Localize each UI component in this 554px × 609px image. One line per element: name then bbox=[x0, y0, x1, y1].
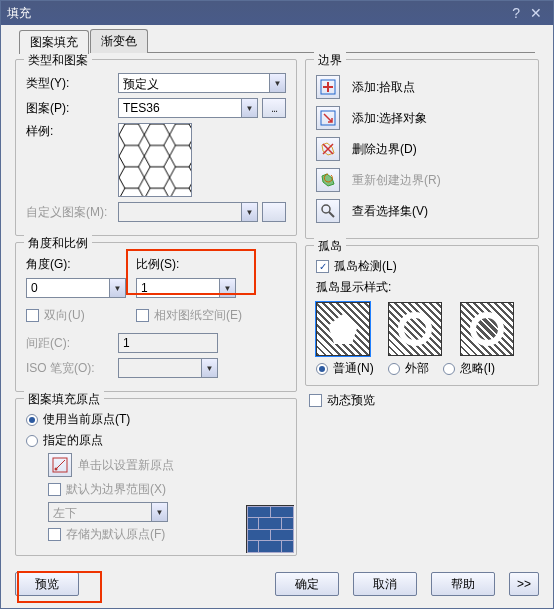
view-selection-button[interactable] bbox=[316, 199, 340, 223]
default-boundary-label: 默认为边界范围(X) bbox=[66, 481, 166, 498]
island-detection-label: 孤岛检测(L) bbox=[334, 258, 397, 275]
preview-button[interactable]: 预览 bbox=[15, 572, 79, 596]
island-display-label: 孤岛显示样式: bbox=[316, 279, 528, 296]
island-style-ignore-icon[interactable] bbox=[460, 302, 514, 356]
button-bar: 预览 确定 取消 帮助 >> bbox=[1, 566, 553, 608]
use-current-origin-radio[interactable] bbox=[26, 414, 38, 426]
origin-preview-icon bbox=[246, 505, 294, 553]
svg-point-2 bbox=[55, 468, 58, 471]
island-ignore-label: 忽略(I) bbox=[460, 360, 495, 377]
svg-rect-0 bbox=[119, 124, 191, 196]
recreate-boundary-button bbox=[316, 168, 340, 192]
titlebar: 填充 ? ✕ bbox=[1, 1, 553, 25]
specified-origin-radio[interactable] bbox=[26, 435, 38, 447]
island-ignore-radio[interactable] bbox=[443, 363, 455, 375]
chevron-down-icon: ▼ bbox=[241, 99, 257, 117]
chevron-down-icon: ▼ bbox=[109, 279, 125, 297]
island-style-outer-icon[interactable] bbox=[388, 302, 442, 356]
tab-pattern-fill[interactable]: 图案填充 bbox=[19, 30, 89, 54]
dynamic-preview-checkbox[interactable] bbox=[309, 394, 322, 407]
ok-button[interactable]: 确定 bbox=[275, 572, 339, 596]
custom-pattern-label: 自定义图案(M): bbox=[26, 204, 118, 221]
click-set-origin-label: 单击以设置新原点 bbox=[78, 457, 174, 474]
close-icon[interactable]: ✕ bbox=[525, 5, 547, 21]
angle-scale-group: 角度和比例 角度(G): 比例(S): 0 ▼ 1 ▼ bbox=[15, 242, 297, 392]
help-button[interactable]: 帮助 bbox=[431, 572, 495, 596]
add-select-label: 添加:选择对象 bbox=[352, 110, 427, 127]
type-pattern-group: 类型和图案 类型(Y): 预定义 ▼ 图案(P): TES36 ▼ ... bbox=[15, 59, 297, 236]
iso-label: ISO 笔宽(O): bbox=[26, 360, 118, 377]
dynamic-preview-label: 动态预览 bbox=[327, 392, 375, 409]
set-origin-button bbox=[48, 453, 72, 477]
tabs: 图案填充 渐变色 bbox=[1, 25, 553, 53]
island-style-normal-icon[interactable] bbox=[316, 302, 370, 356]
add-pick-point-button[interactable] bbox=[316, 75, 340, 99]
cancel-button[interactable]: 取消 bbox=[353, 572, 417, 596]
pattern-combo[interactable]: TES36 ▼ bbox=[118, 98, 258, 118]
recreate-boundary-label: 重新创建边界(R) bbox=[352, 172, 441, 189]
group-title: 类型和图案 bbox=[24, 52, 92, 69]
island-outer-label: 外部 bbox=[405, 360, 429, 377]
view-selection-label: 查看选择集(V) bbox=[352, 203, 428, 220]
island-normal-label: 普通(N) bbox=[333, 360, 374, 377]
hatch-dialog: 填充 ? ✕ 图案填充 渐变色 类型和图案 类型(Y): 预定义 ▼ 图案(P)… bbox=[0, 0, 554, 609]
pattern-label: 图案(P): bbox=[26, 100, 118, 117]
group-title: 图案填充原点 bbox=[24, 391, 104, 408]
add-pick-label: 添加:拾取点 bbox=[352, 79, 415, 96]
save-default-label: 存储为默认原点(F) bbox=[66, 526, 165, 543]
island-detection-checkbox[interactable]: ✓ bbox=[316, 260, 329, 273]
spacing-input bbox=[118, 333, 218, 353]
origin-group: 图案填充原点 使用当前原点(T) 指定的原点 单击以设置新原点 bbox=[15, 398, 297, 556]
type-label: 类型(Y): bbox=[26, 75, 118, 92]
iso-combo: ▼ bbox=[118, 358, 218, 378]
spacing-label: 间距(C): bbox=[26, 335, 118, 352]
island-group: 孤岛 ✓ 孤岛检测(L) 孤岛显示样式: 普通(N) bbox=[305, 245, 539, 386]
chevron-down-icon: ▼ bbox=[219, 279, 235, 297]
island-outer-radio[interactable] bbox=[388, 363, 400, 375]
save-default-checkbox bbox=[48, 528, 61, 541]
add-select-object-button[interactable] bbox=[316, 106, 340, 130]
remove-boundary-label: 删除边界(D) bbox=[352, 141, 417, 158]
tab-gradient[interactable]: 渐变色 bbox=[90, 29, 148, 53]
help-icon[interactable]: ? bbox=[507, 5, 525, 21]
sample-label: 样例: bbox=[26, 123, 118, 140]
group-title: 孤岛 bbox=[314, 238, 346, 255]
chevron-down-icon: ▼ bbox=[201, 359, 217, 377]
bidirectional-checkbox bbox=[26, 309, 39, 322]
specified-origin-label: 指定的原点 bbox=[43, 432, 103, 449]
custom-browse-button bbox=[262, 202, 286, 222]
angle-combo[interactable]: 0 ▼ bbox=[26, 278, 126, 298]
chevron-down-icon: ▼ bbox=[269, 74, 285, 92]
chevron-down-icon: ▼ bbox=[151, 503, 167, 521]
relative-paper-checkbox bbox=[136, 309, 149, 322]
svg-point-5 bbox=[322, 205, 330, 213]
use-current-origin-label: 使用当前原点(T) bbox=[43, 411, 130, 428]
angle-label: 角度(G): bbox=[26, 256, 136, 273]
scale-combo[interactable]: 1 ▼ bbox=[136, 278, 236, 298]
expand-button[interactable]: >> bbox=[509, 572, 539, 596]
island-normal-radio[interactable] bbox=[316, 363, 328, 375]
sample-swatch[interactable] bbox=[118, 123, 192, 197]
chevron-down-icon: ▼ bbox=[241, 203, 257, 221]
remove-boundary-button[interactable] bbox=[316, 137, 340, 161]
default-boundary-checkbox bbox=[48, 483, 61, 496]
relative-paper-label: 相对图纸空间(E) bbox=[154, 307, 242, 324]
pattern-browse-button[interactable]: ... bbox=[262, 98, 286, 118]
custom-pattern-combo: ▼ bbox=[118, 202, 258, 222]
group-title: 边界 bbox=[314, 52, 346, 69]
scale-label: 比例(S): bbox=[136, 256, 179, 273]
bidirectional-label: 双向(U) bbox=[44, 307, 85, 324]
dialog-title: 填充 bbox=[7, 5, 507, 22]
group-title: 角度和比例 bbox=[24, 235, 92, 252]
boundary-group: 边界 添加:拾取点 添加:选择对象 删除 bbox=[305, 59, 539, 239]
corner-combo: 左下 ▼ bbox=[48, 502, 168, 522]
type-combo[interactable]: 预定义 ▼ bbox=[118, 73, 286, 93]
